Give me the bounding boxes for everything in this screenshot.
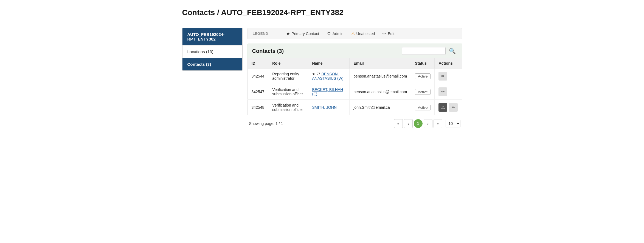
col-header-email: Email: [350, 58, 411, 68]
legend-edit-label: Edit: [388, 32, 394, 36]
pagination-showing: Showing page: 1 / 1: [249, 121, 283, 126]
contacts-table: ID Role Name Email Status Actions 342544…: [248, 58, 462, 115]
warning-button[interactable]: ⚠: [438, 103, 447, 112]
search-area: 🔍: [402, 47, 457, 55]
pagination-controls: « ‹ 1 › » 10 25 50: [394, 119, 460, 128]
table-row: 342544Reporting entity administrator★🛡BE…: [248, 68, 462, 84]
pencil-icon: ✏: [383, 31, 386, 36]
status-badge: Active: [415, 89, 431, 95]
pagination-bar: Showing page: 1 / 1 « ‹ 1 › » 10 25 50: [248, 115, 462, 129]
action-icons: ✏: [438, 87, 458, 96]
contacts-header: Contacts (3) 🔍: [248, 44, 462, 58]
sidebar: AUTO_FEB192024-RPT_ENTY382 Locations (13…: [182, 28, 243, 71]
cell-actions: ✏: [435, 68, 462, 84]
action-icons: ✏: [438, 72, 458, 81]
cell-status: Active: [411, 84, 435, 100]
legend-primary-contact: ★ Primary Contact: [286, 31, 319, 36]
legend-unattested: ⚠ Unattested: [351, 31, 375, 36]
edit-button[interactable]: ✏: [449, 103, 458, 112]
page-title: Contacts / AUTO_FEB192024-RPT_ENTY382: [182, 8, 462, 20]
cell-name: BECKET, BILHAH (E): [308, 84, 350, 100]
cell-role: Verification and submission officer: [268, 84, 308, 100]
legend-admin-label: Admin: [333, 32, 344, 36]
legend-unattested-label: Unattested: [356, 32, 375, 36]
sidebar-item-locations[interactable]: Locations (13): [182, 45, 242, 58]
cell-name: ★🛡BENSON, ANASTASIUS (W): [308, 68, 350, 84]
next-page-button[interactable]: ›: [424, 119, 432, 128]
first-page-button[interactable]: «: [394, 119, 403, 128]
legend-bar: LEGEND: ★ Primary Contact 🛡 Admin ⚠ Unat…: [248, 28, 462, 39]
star-icon: ★: [312, 72, 316, 76]
col-header-actions: Actions: [435, 58, 462, 68]
sidebar-item-contacts[interactable]: Contacts (3): [182, 58, 242, 70]
action-icons: ⚠✏: [438, 103, 458, 112]
contact-name-link[interactable]: BECKET, BILHAH (E): [312, 87, 343, 96]
prev-page-button[interactable]: ‹: [404, 119, 413, 128]
table-row: 342548Verification and submission office…: [248, 100, 462, 115]
page-1-button[interactable]: 1: [414, 119, 423, 128]
col-header-id: ID: [248, 58, 268, 68]
shield-icon: 🛡: [327, 31, 331, 36]
cell-email: john.Smith@email.ca: [350, 100, 411, 115]
content-area: LEGEND: ★ Primary Contact 🛡 Admin ⚠ Unat…: [248, 28, 462, 129]
cell-email: benson.anastasius@email.com: [350, 84, 411, 100]
contact-name-link[interactable]: SMITH, JOHN: [312, 105, 336, 110]
cell-id: 342547: [248, 84, 268, 100]
search-input[interactable]: [402, 47, 446, 55]
per-page-select[interactable]: 10 25 50: [446, 120, 460, 127]
contacts-section-title: Contacts (3): [252, 48, 284, 54]
cell-actions: ⚠✏: [435, 100, 462, 115]
cell-actions: ✏: [435, 84, 462, 100]
cell-email: benson.anastasius@email.com: [350, 68, 411, 84]
legend-edit: ✏ Edit: [383, 31, 394, 36]
cell-name: SMITH, JOHN: [308, 100, 350, 115]
status-badge: Active: [415, 73, 431, 79]
cell-role: Reporting entity administrator: [268, 68, 308, 84]
cell-id: 342548: [248, 100, 268, 115]
last-page-button[interactable]: »: [434, 119, 442, 128]
sidebar-item-entity[interactable]: AUTO_FEB192024-RPT_ENTY382: [182, 28, 242, 45]
edit-button[interactable]: ✏: [438, 87, 447, 96]
cell-id: 342544: [248, 68, 268, 84]
col-header-name: Name: [308, 58, 350, 68]
cell-role: Verification and submission officer: [268, 100, 308, 115]
cell-status: Active: [411, 100, 435, 115]
star-icon: ★: [286, 31, 290, 36]
status-badge: Active: [415, 105, 431, 110]
legend-label: LEGEND:: [253, 32, 270, 36]
table-row: 342547Verification and submission office…: [248, 84, 462, 100]
warning-icon: ⚠: [351, 31, 355, 36]
col-header-status: Status: [411, 58, 435, 68]
edit-button[interactable]: ✏: [438, 72, 447, 81]
legend-primary-contact-label: Primary Contact: [292, 32, 319, 36]
table-header-row: ID Role Name Email Status Actions: [248, 58, 462, 68]
col-header-role: Role: [268, 58, 308, 68]
shield-icon: 🛡: [316, 72, 320, 76]
cell-status: Active: [411, 68, 435, 84]
legend-admin: 🛡 Admin: [327, 31, 344, 36]
search-button[interactable]: 🔍: [447, 47, 457, 55]
